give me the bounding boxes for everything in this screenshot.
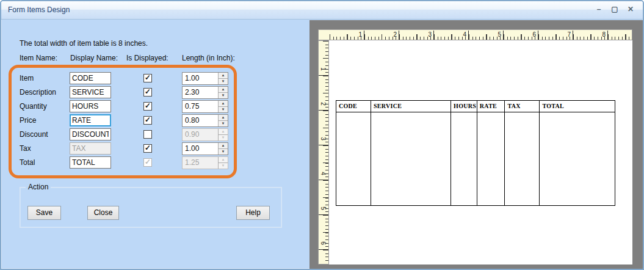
ruler-number: 7 bbox=[567, 31, 571, 38]
form-row-tax: Tax 1.00 ▲▼ bbox=[1, 142, 309, 156]
table-column-total: TOTAL bbox=[540, 101, 615, 205]
display-name-input-discount[interactable] bbox=[70, 128, 111, 140]
table-header-cell: HOURS bbox=[451, 101, 477, 112]
ruler-number: 1 bbox=[319, 65, 327, 73]
spin-up-icon[interactable]: ▲ bbox=[219, 115, 228, 121]
preview-page: CODE SERVICE HOURS RATE TAX TOTAL bbox=[329, 40, 632, 265]
is-displayed-checkbox-description[interactable] bbox=[143, 88, 152, 97]
item-name-label: Total bbox=[20, 158, 35, 167]
item-table-preview: CODE SERVICE HOURS RATE TAX TOTAL bbox=[336, 100, 615, 206]
spin-up-icon[interactable]: ▲ bbox=[219, 101, 228, 107]
spin-up-icon[interactable]: ▲ bbox=[219, 87, 228, 93]
form-row-price: Price 0.80 ▲▼ bbox=[1, 114, 309, 128]
help-button[interactable]: Help bbox=[236, 206, 270, 220]
close-icon[interactable]: ✕ bbox=[626, 5, 635, 13]
display-name-input-price[interactable] bbox=[70, 114, 111, 126]
spin-up-icon[interactable]: ▲ bbox=[219, 73, 228, 79]
form-row-quantity: Quantity 0.75 ▲▼ bbox=[1, 100, 309, 114]
item-name-label: Discount bbox=[20, 130, 48, 139]
column-header-is-displayed: Is Displayed: bbox=[126, 54, 168, 62]
spin-down-icon[interactable]: ▼ bbox=[219, 107, 228, 112]
table-body-cell bbox=[540, 112, 615, 205]
action-group-label: Action bbox=[26, 183, 51, 191]
form-row-total: Total 1.25 ▲▼ bbox=[1, 156, 309, 170]
ruler-number: 1 bbox=[358, 31, 362, 38]
spin-down-icon: ▼ bbox=[219, 135, 228, 140]
ruler-number: 2 bbox=[393, 31, 397, 38]
length-spinner-price[interactable]: 0.80 ▲▼ bbox=[182, 114, 228, 127]
length-spinner-total: 1.25 ▲▼ bbox=[182, 156, 228, 169]
length-spinner-description[interactable]: 2.30 ▲▼ bbox=[182, 86, 228, 99]
item-name-label: Price bbox=[20, 116, 36, 125]
table-body-cell bbox=[336, 112, 371, 205]
length-spinner-item[interactable]: 1.00 ▲▼ bbox=[182, 72, 228, 85]
length-value: 1.00 bbox=[183, 143, 218, 155]
table-column-rate: RATE bbox=[477, 101, 505, 205]
length-spinner-tax[interactable]: 1.00 ▲▼ bbox=[182, 142, 228, 155]
ruler-number: 4 bbox=[463, 31, 466, 38]
spin-up-icon[interactable]: ▲ bbox=[219, 143, 228, 149]
form-items-design-window: Form Items Design – ▢ ✕ The total width … bbox=[0, 0, 644, 270]
ruler-number: 5 bbox=[319, 205, 327, 212]
is-displayed-checkbox-item[interactable] bbox=[143, 74, 152, 82]
column-header-length: Length (in Inch): bbox=[182, 54, 235, 62]
ruler-number: 2 bbox=[319, 100, 327, 108]
ruler-number: 5 bbox=[497, 31, 501, 38]
table-header-cell: RATE bbox=[477, 101, 505, 112]
table-header-cell: TOTAL bbox=[540, 101, 615, 112]
length-value: 0.80 bbox=[183, 115, 218, 126]
item-name-label: Description bbox=[20, 88, 56, 97]
length-spinner-quantity[interactable]: 0.75 ▲▼ bbox=[182, 100, 228, 113]
ruler-number: 4 bbox=[319, 170, 327, 177]
spin-down-icon[interactable]: ▼ bbox=[219, 149, 228, 155]
spin-down-icon[interactable]: ▼ bbox=[219, 93, 228, 98]
form-row-item: Item 1.00 ▲▼ bbox=[1, 72, 309, 86]
title-bar: Form Items Design – ▢ ✕ bbox=[1, 1, 643, 20]
table-header-cell: TAX bbox=[505, 101, 539, 112]
spin-down-icon: ▼ bbox=[219, 163, 228, 169]
display-name-input-total[interactable] bbox=[70, 156, 111, 169]
table-column-tax: TAX bbox=[505, 101, 540, 205]
action-group: Action Save Close Help bbox=[20, 187, 282, 228]
ruler-number: 3 bbox=[319, 135, 327, 142]
spin-up-icon: ▲ bbox=[219, 129, 228, 135]
column-header-display-name: Display Name: bbox=[70, 54, 118, 62]
table-column-code: CODE bbox=[336, 101, 371, 205]
column-header-item-name: Item Name: bbox=[20, 54, 57, 62]
spin-down-icon[interactable]: ▼ bbox=[219, 79, 228, 84]
table-column-hours: HOURS bbox=[451, 101, 477, 205]
is-displayed-checkbox-tax[interactable] bbox=[143, 144, 152, 153]
is-displayed-checkbox-quantity[interactable] bbox=[143, 102, 152, 111]
form-row-discount: Discount 0.90 ▲▼ bbox=[1, 128, 309, 142]
close-button[interactable]: Close bbox=[87, 206, 119, 220]
table-header-cell: CODE bbox=[336, 101, 371, 112]
length-value: 1.25 bbox=[183, 157, 218, 169]
table-header-cell: SERVICE bbox=[371, 101, 450, 112]
maximize-icon[interactable]: ▢ bbox=[610, 5, 620, 13]
total-width-info: The total width of item table is 8 inche… bbox=[20, 39, 148, 48]
save-button[interactable]: Save bbox=[27, 206, 61, 220]
display-name-input-item[interactable] bbox=[70, 72, 111, 84]
length-value: 2.30 bbox=[183, 87, 218, 98]
table-column-service: SERVICE bbox=[371, 101, 451, 205]
length-spinner-discount: 0.90 ▲▼ bbox=[182, 128, 228, 141]
item-name-label: Tax bbox=[20, 144, 31, 153]
table-body-cell bbox=[477, 112, 505, 205]
vertical-ruler: 1 2 3 4 5 6 bbox=[318, 40, 329, 265]
ruler-number: 6 bbox=[532, 31, 536, 38]
spin-up-icon: ▲ bbox=[219, 157, 228, 163]
ruler-number: 3 bbox=[428, 31, 432, 38]
display-name-input-quantity[interactable] bbox=[70, 100, 111, 112]
is-displayed-checkbox-discount[interactable] bbox=[143, 130, 152, 139]
length-value: 0.90 bbox=[183, 129, 218, 140]
display-name-input-description[interactable] bbox=[70, 86, 111, 98]
ruler-number: 6 bbox=[319, 239, 327, 247]
item-name-label: Item bbox=[20, 74, 34, 82]
spin-down-icon[interactable]: ▼ bbox=[219, 121, 228, 126]
horizontal-ruler: 1 2 3 4 5 6 7 8 bbox=[318, 29, 632, 40]
minimize-icon[interactable]: – bbox=[594, 5, 604, 13]
window-title: Form Items Design bbox=[8, 5, 70, 14]
item-name-label: Quantity bbox=[20, 102, 47, 111]
display-name-input-tax bbox=[70, 142, 111, 155]
is-displayed-checkbox-price[interactable] bbox=[143, 116, 152, 125]
